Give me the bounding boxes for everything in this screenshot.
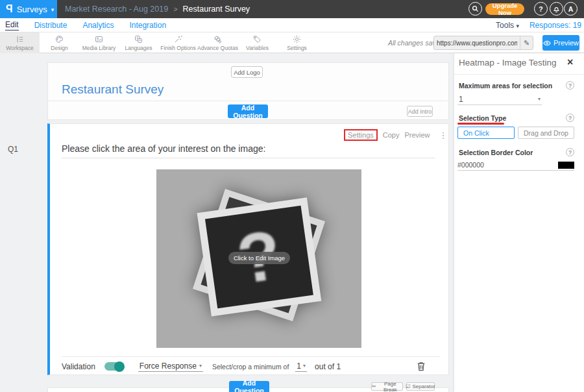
toolbar-item-finish-options[interactable]: Finish Options bbox=[158, 32, 198, 53]
divider bbox=[454, 74, 584, 75]
question-preview-button[interactable]: Preview bbox=[404, 131, 430, 139]
question-copy-button[interactable]: Copy bbox=[383, 131, 400, 139]
nav-tab-integration[interactable]: Integration bbox=[129, 21, 166, 30]
breadcrumb-separator: > bbox=[173, 5, 177, 13]
nav-tab-edit[interactable]: Edit bbox=[5, 20, 19, 31]
kebab-menu-icon[interactable]: ⋮ bbox=[439, 130, 448, 140]
separator-checkbox-icon: ☑ bbox=[406, 384, 410, 389]
max-areas-select[interactable]: 1 ▾ bbox=[457, 93, 542, 105]
nav-tab-distribute[interactable]: Distribute bbox=[34, 21, 67, 30]
tools-menu[interactable]: Tools ▾ bbox=[496, 21, 519, 30]
border-color-label: Selection Border Color bbox=[459, 149, 533, 156]
selection-type-label: Selection Type bbox=[459, 114, 506, 122]
chevron-down-icon: ▾ bbox=[303, 363, 306, 369]
preview-button[interactable]: Preview bbox=[542, 35, 579, 51]
panel-title: Heatmap - Image Testing bbox=[459, 58, 557, 67]
close-icon[interactable]: × bbox=[567, 56, 573, 68]
image-icon bbox=[94, 34, 104, 44]
toggle-knob bbox=[114, 361, 125, 372]
edit-url-pencil-icon[interactable]: ✎ bbox=[520, 36, 533, 49]
toolbar-item-advance-quotas[interactable]: Advance Quotas bbox=[198, 32, 237, 53]
responses-count-link[interactable]: Responses: 19 bbox=[529, 21, 581, 30]
min-selection-prefix: Select/crop a minimum of bbox=[212, 363, 289, 371]
quota-links-icon bbox=[213, 34, 223, 44]
color-swatch[interactable] bbox=[558, 162, 574, 169]
border-color-value: #000000 bbox=[457, 161, 484, 169]
main-nav: Edit Distribute Analytics Integration To… bbox=[0, 18, 584, 32]
question-settings-button[interactable]: Settings bbox=[344, 129, 378, 141]
toolbar-item-languages[interactable]: a A Languages bbox=[119, 32, 158, 53]
toolbar-item-workspace[interactable]: Workspace bbox=[0, 32, 40, 53]
min-selection-select[interactable]: 1 ▾ bbox=[295, 361, 307, 372]
red-highlight-underline bbox=[457, 123, 504, 125]
help-icon[interactable]: ? bbox=[566, 81, 574, 90]
eye-icon bbox=[543, 40, 551, 46]
divider bbox=[62, 356, 440, 357]
page-break-icon: ✂ bbox=[372, 384, 376, 389]
max-areas-label: Maximum areas for selection bbox=[459, 82, 552, 90]
add-question-button-top[interactable]: Add Question bbox=[228, 104, 268, 118]
add-intro-button[interactable]: Add Intro bbox=[407, 106, 433, 117]
selection-type-on-click-button[interactable]: On Click bbox=[457, 127, 515, 139]
survey-url-input[interactable] bbox=[434, 40, 520, 47]
chevron-down-icon: ▾ bbox=[516, 23, 519, 29]
click-to-edit-image-button[interactable]: Click to Edit Image bbox=[228, 252, 290, 264]
question-text[interactable]: Please click the area of your interest o… bbox=[62, 143, 265, 154]
gear-icon bbox=[292, 34, 302, 44]
toolbar-item-variables[interactable]: Variables bbox=[237, 32, 277, 53]
top-bar: P Surveys ▾ Market Research - Aug 2019 >… bbox=[0, 0, 584, 18]
breadcrumb-current: Restaurant Survey bbox=[183, 5, 250, 14]
nav-tab-analytics[interactable]: Analytics bbox=[82, 21, 114, 30]
toolbar-item-media-library[interactable]: Media Library bbox=[79, 32, 119, 53]
palette-icon bbox=[55, 34, 64, 44]
divider bbox=[62, 158, 435, 158]
add-logo-button[interactable]: Add Logo bbox=[231, 66, 263, 78]
chevron-down-icon: ▾ bbox=[51, 6, 55, 13]
account-avatar[interactable]: A bbox=[564, 2, 578, 16]
toolbar-item-design[interactable]: Design bbox=[40, 32, 79, 53]
validation-label: Validation bbox=[62, 362, 95, 371]
border-color-field[interactable]: #000000 bbox=[457, 160, 574, 171]
selection-type-drag-drop-button[interactable]: Drag and Drop bbox=[518, 127, 574, 139]
survey-url-group: ✎ bbox=[433, 36, 533, 50]
chevron-down-icon: ▾ bbox=[199, 363, 202, 369]
chevron-down-icon: ▾ bbox=[538, 96, 541, 102]
magic-wand-icon bbox=[173, 34, 183, 44]
app-root: P Surveys ▾ Market Research - Aug 2019 >… bbox=[0, 0, 584, 392]
surveys-menu-label: Surveys bbox=[17, 5, 47, 14]
tag-icon bbox=[252, 34, 262, 44]
search-icon[interactable] bbox=[468, 2, 482, 16]
workspace-icon bbox=[15, 34, 25, 44]
survey-title[interactable]: Restaurant Survey bbox=[62, 82, 164, 97]
divider bbox=[48, 101, 448, 101]
separator-button[interactable]: ☑ Separator bbox=[406, 382, 435, 391]
toolbar-item-settings[interactable]: Settings bbox=[277, 32, 317, 53]
validation-type-select[interactable]: Force Response ▾ bbox=[138, 361, 203, 372]
notifications-bell-icon[interactable] bbox=[550, 2, 563, 16]
min-selection-suffix: out of 1 bbox=[315, 362, 341, 371]
validation-row: Validation Force Response ▾ Select/crop … bbox=[62, 358, 440, 375]
questionpro-logo-icon: P bbox=[6, 3, 13, 15]
help-icon[interactable]: ? bbox=[566, 114, 574, 122]
upgrade-now-button[interactable]: Upgrade Now bbox=[485, 3, 524, 15]
breadcrumb-parent[interactable]: Market Research - Aug 2019 bbox=[65, 5, 168, 14]
add-question-button-bottom[interactable]: Add Question bbox=[229, 381, 269, 392]
help-icon[interactable]: ? bbox=[566, 148, 574, 156]
tools-label: Tools bbox=[496, 21, 514, 30]
question-actions: Settings Copy Preview ⋮ bbox=[344, 129, 448, 141]
surveys-menu[interactable]: P Surveys ▾ bbox=[0, 0, 57, 18]
translate-icon: a A bbox=[134, 34, 143, 44]
validation-toggle[interactable] bbox=[104, 362, 124, 371]
question-number: Q1 bbox=[8, 145, 18, 154]
page-break-button[interactable]: ✂ Page Break bbox=[371, 382, 403, 391]
help-button[interactable]: ? bbox=[534, 2, 548, 16]
delete-question-trash-icon[interactable] bbox=[417, 361, 426, 374]
breadcrumb: Market Research - Aug 2019 > Restaurant … bbox=[65, 0, 250, 18]
